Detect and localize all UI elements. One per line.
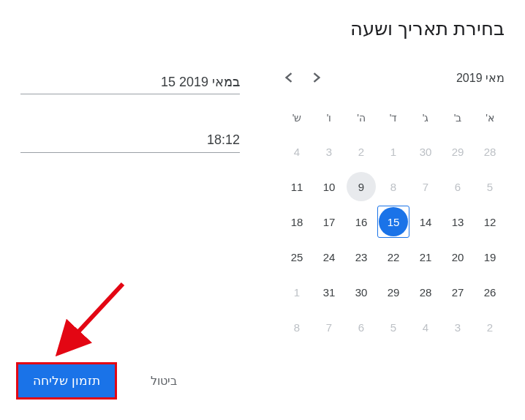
time-input[interactable] xyxy=(20,128,240,153)
calendar-day[interactable]: 30 xyxy=(347,277,376,307)
calendar-day[interactable]: 2 xyxy=(347,137,376,166)
calendar-day[interactable]: 1 xyxy=(379,137,408,166)
calendar-day[interactable]: 23 xyxy=(347,242,376,271)
calendar-day[interactable]: 31 xyxy=(314,277,344,307)
day-of-week-header: ו' xyxy=(314,102,344,134)
calendar-day-selected[interactable]: 15 xyxy=(379,207,408,236)
calendar-day[interactable]: 6 xyxy=(347,312,376,342)
calendar-day[interactable]: 20 xyxy=(443,242,472,271)
day-of-week-header: ה' xyxy=(347,102,376,134)
calendar-day[interactable]: 5 xyxy=(475,172,505,201)
month-label: מאי 2019 xyxy=(456,71,505,85)
calendar-day[interactable]: 4 xyxy=(282,137,311,166)
chevron-right-icon xyxy=(313,72,320,83)
calendar-day[interactable]: 8 xyxy=(282,312,311,342)
calendar-day[interactable]: 5 xyxy=(379,312,408,342)
calendar-day[interactable]: 30 xyxy=(411,137,440,166)
day-of-week-header: ד' xyxy=(379,102,408,134)
calendar-day[interactable]: 1 xyxy=(282,277,311,307)
calendar-day[interactable]: 28 xyxy=(475,137,505,166)
day-of-week-header: ש' xyxy=(282,102,311,134)
inputs-panel xyxy=(20,70,249,345)
calendar-day[interactable]: 2 xyxy=(475,312,505,342)
calendar-day[interactable]: 22 xyxy=(379,242,408,271)
calendar-day[interactable]: 18 xyxy=(282,207,311,236)
prev-month-button[interactable] xyxy=(310,70,323,86)
calendar-day[interactable]: 25 xyxy=(282,242,311,271)
schedule-send-button[interactable]: תזמון שליחה xyxy=(16,362,117,400)
calendar-day[interactable]: 4 xyxy=(411,312,440,342)
calendar-day[interactable]: 8 xyxy=(379,172,408,201)
calendar-panel: מאי 2019 א'ב'ג'ד'ה'ו'ש'28293012345678910… xyxy=(278,70,505,345)
calendar-day[interactable]: 12 xyxy=(475,207,505,236)
next-month-button[interactable] xyxy=(282,70,295,86)
chevron-left-icon xyxy=(285,72,292,83)
calendar-day[interactable]: 16 xyxy=(347,207,376,236)
calendar-day[interactable]: 14 xyxy=(411,207,440,236)
day-of-week-header: א' xyxy=(475,102,505,134)
dialog-title: בחירת תאריך ושעה xyxy=(20,18,505,40)
calendar-day[interactable]: 29 xyxy=(379,277,408,307)
calendar-day[interactable]: 21 xyxy=(411,242,440,271)
calendar-day[interactable]: 27 xyxy=(443,277,472,307)
calendar-day[interactable]: 13 xyxy=(443,207,472,236)
cancel-button[interactable]: ביטול xyxy=(146,368,181,394)
calendar-day[interactable]: 3 xyxy=(314,137,344,166)
calendar-day[interactable]: 6 xyxy=(443,172,472,201)
calendar-day[interactable]: 29 xyxy=(443,137,472,166)
dialog-buttons: ביטול תזמון שליחה xyxy=(16,362,181,400)
calendar-day[interactable]: 26 xyxy=(475,277,505,307)
calendar-day[interactable]: 3 xyxy=(443,312,472,342)
calendar-day[interactable]: 24 xyxy=(314,242,344,271)
calendar-day[interactable]: 19 xyxy=(475,242,505,271)
calendar-day[interactable]: 10 xyxy=(314,172,344,201)
calendar-grid: א'ב'ג'ד'ה'ו'ש'28293012345678910111213141… xyxy=(278,102,505,345)
calendar-header: מאי 2019 xyxy=(278,70,505,86)
calendar-day[interactable]: 7 xyxy=(314,312,344,342)
day-of-week-header: ב' xyxy=(443,102,472,134)
calendar-day[interactable]: 7 xyxy=(411,172,440,201)
calendar-day[interactable]: 28 xyxy=(411,277,440,307)
calendar-day[interactable]: 11 xyxy=(282,172,311,201)
day-of-week-header: ג' xyxy=(411,102,440,134)
calendar-day[interactable]: 17 xyxy=(314,207,344,236)
date-input[interactable] xyxy=(20,70,240,94)
calendar-day-today[interactable]: 9 xyxy=(347,172,376,201)
